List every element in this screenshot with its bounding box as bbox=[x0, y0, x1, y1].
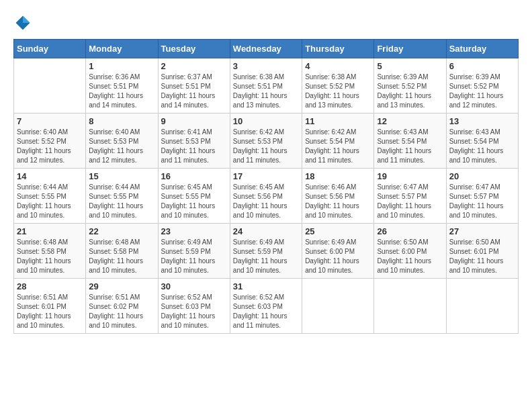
calendar-cell bbox=[374, 279, 446, 334]
weekday-header: Tuesday bbox=[158, 40, 230, 58]
day-number: 15 bbox=[89, 171, 154, 181]
day-info: Sunrise: 6:49 AM Sunset: 5:59 PM Dayligh… bbox=[233, 238, 299, 275]
calendar-cell: 22Sunrise: 6:48 AM Sunset: 5:58 PM Dayli… bbox=[86, 224, 158, 279]
calendar-cell: 15Sunrise: 6:44 AM Sunset: 5:55 PM Dayli… bbox=[86, 169, 158, 224]
day-info: Sunrise: 6:50 AM Sunset: 6:00 PM Dayligh… bbox=[377, 238, 443, 275]
calendar-cell: 14Sunrise: 6:44 AM Sunset: 5:55 PM Dayli… bbox=[14, 169, 86, 224]
calendar-cell: 24Sunrise: 6:49 AM Sunset: 5:59 PM Dayli… bbox=[230, 224, 302, 279]
calendar-week-row: 28Sunrise: 6:51 AM Sunset: 6:01 PM Dayli… bbox=[14, 279, 519, 334]
day-info: Sunrise: 6:39 AM Sunset: 5:52 PM Dayligh… bbox=[377, 73, 443, 110]
logo bbox=[13, 13, 35, 32]
calendar-cell: 23Sunrise: 6:49 AM Sunset: 5:59 PM Dayli… bbox=[158, 224, 230, 279]
day-number: 5 bbox=[377, 61, 443, 71]
day-number: 28 bbox=[17, 281, 83, 291]
weekday-header: Monday bbox=[86, 40, 158, 58]
day-number: 22 bbox=[89, 226, 154, 236]
day-info: Sunrise: 6:38 AM Sunset: 5:52 PM Dayligh… bbox=[305, 73, 371, 110]
day-number: 18 bbox=[305, 171, 371, 181]
day-info: Sunrise: 6:41 AM Sunset: 5:53 PM Dayligh… bbox=[161, 128, 227, 165]
calendar-cell: 27Sunrise: 6:50 AM Sunset: 6:01 PM Dayli… bbox=[446, 224, 518, 279]
day-number: 21 bbox=[17, 226, 83, 236]
day-number: 19 bbox=[377, 171, 443, 181]
weekday-header: Friday bbox=[374, 40, 446, 58]
calendar-cell: 6Sunrise: 6:39 AM Sunset: 5:52 PM Daylig… bbox=[446, 58, 518, 113]
day-number: 14 bbox=[17, 171, 83, 181]
weekday-header: Thursday bbox=[302, 40, 374, 58]
day-info: Sunrise: 6:52 AM Sunset: 6:03 PM Dayligh… bbox=[161, 293, 227, 330]
day-info: Sunrise: 6:44 AM Sunset: 5:55 PM Dayligh… bbox=[17, 183, 83, 220]
day-info: Sunrise: 6:52 AM Sunset: 6:03 PM Dayligh… bbox=[233, 293, 299, 330]
calendar-cell: 28Sunrise: 6:51 AM Sunset: 6:01 PM Dayli… bbox=[14, 279, 86, 334]
day-info: Sunrise: 6:40 AM Sunset: 5:52 PM Dayligh… bbox=[17, 128, 83, 165]
day-number: 6 bbox=[449, 61, 515, 71]
day-info: Sunrise: 6:48 AM Sunset: 5:58 PM Dayligh… bbox=[89, 238, 154, 275]
svg-marker-1 bbox=[23, 16, 30, 24]
calendar-cell bbox=[302, 279, 374, 334]
calendar-week-row: 7Sunrise: 6:40 AM Sunset: 5:52 PM Daylig… bbox=[14, 113, 519, 169]
day-number: 13 bbox=[449, 116, 515, 126]
day-info: Sunrise: 6:42 AM Sunset: 5:54 PM Dayligh… bbox=[305, 128, 371, 165]
calendar-cell: 9Sunrise: 6:41 AM Sunset: 5:53 PM Daylig… bbox=[158, 113, 230, 169]
weekday-header: Wednesday bbox=[230, 40, 302, 58]
calendar-week-row: 14Sunrise: 6:44 AM Sunset: 5:55 PM Dayli… bbox=[14, 169, 519, 224]
day-number: 4 bbox=[305, 61, 371, 71]
calendar-cell: 11Sunrise: 6:42 AM Sunset: 5:54 PM Dayli… bbox=[302, 113, 374, 169]
day-info: Sunrise: 6:38 AM Sunset: 5:51 PM Dayligh… bbox=[233, 73, 299, 110]
day-info: Sunrise: 6:39 AM Sunset: 5:52 PM Dayligh… bbox=[449, 73, 515, 110]
day-number: 17 bbox=[233, 171, 299, 181]
calendar-table: SundayMondayTuesdayWednesdayThursdayFrid… bbox=[13, 39, 519, 334]
calendar-cell: 5Sunrise: 6:39 AM Sunset: 5:52 PM Daylig… bbox=[374, 58, 446, 113]
calendar-cell bbox=[14, 58, 86, 113]
day-number: 30 bbox=[161, 281, 227, 291]
day-number: 16 bbox=[161, 171, 227, 181]
calendar-cell: 30Sunrise: 6:52 AM Sunset: 6:03 PM Dayli… bbox=[158, 279, 230, 334]
calendar-cell: 19Sunrise: 6:47 AM Sunset: 5:57 PM Dayli… bbox=[374, 169, 446, 224]
calendar-cell: 21Sunrise: 6:48 AM Sunset: 5:58 PM Dayli… bbox=[14, 224, 86, 279]
calendar-cell: 29Sunrise: 6:51 AM Sunset: 6:02 PM Dayli… bbox=[86, 279, 158, 334]
day-number: 3 bbox=[233, 61, 299, 71]
calendar-cell: 7Sunrise: 6:40 AM Sunset: 5:52 PM Daylig… bbox=[14, 113, 86, 169]
calendar-cell: 10Sunrise: 6:42 AM Sunset: 5:53 PM Dayli… bbox=[230, 113, 302, 169]
calendar-cell: 20Sunrise: 6:47 AM Sunset: 5:57 PM Dayli… bbox=[446, 169, 518, 224]
day-number: 2 bbox=[161, 61, 227, 71]
day-info: Sunrise: 6:49 AM Sunset: 5:59 PM Dayligh… bbox=[161, 238, 227, 275]
day-info: Sunrise: 6:46 AM Sunset: 5:56 PM Dayligh… bbox=[305, 183, 371, 220]
calendar-cell: 8Sunrise: 6:40 AM Sunset: 5:53 PM Daylig… bbox=[86, 113, 158, 169]
day-number: 9 bbox=[161, 116, 227, 126]
day-info: Sunrise: 6:47 AM Sunset: 5:57 PM Dayligh… bbox=[377, 183, 443, 220]
day-info: Sunrise: 6:48 AM Sunset: 5:58 PM Dayligh… bbox=[17, 238, 83, 275]
day-number: 11 bbox=[305, 116, 371, 126]
day-number: 23 bbox=[161, 226, 227, 236]
weekday-header: Sunday bbox=[14, 40, 86, 58]
calendar-cell: 18Sunrise: 6:46 AM Sunset: 5:56 PM Dayli… bbox=[302, 169, 374, 224]
day-number: 24 bbox=[233, 226, 299, 236]
day-info: Sunrise: 6:42 AM Sunset: 5:53 PM Dayligh… bbox=[233, 128, 299, 165]
page-header bbox=[13, 13, 519, 32]
day-number: 10 bbox=[233, 116, 299, 126]
day-number: 1 bbox=[89, 61, 154, 71]
day-number: 7 bbox=[17, 116, 83, 126]
day-info: Sunrise: 6:37 AM Sunset: 5:51 PM Dayligh… bbox=[161, 73, 227, 110]
day-info: Sunrise: 6:45 AM Sunset: 5:56 PM Dayligh… bbox=[233, 183, 299, 220]
day-number: 27 bbox=[449, 226, 515, 236]
day-number: 8 bbox=[89, 116, 154, 126]
calendar-week-row: 1Sunrise: 6:36 AM Sunset: 5:51 PM Daylig… bbox=[14, 58, 519, 113]
day-number: 25 bbox=[305, 226, 371, 236]
day-number: 26 bbox=[377, 226, 443, 236]
calendar-cell: 16Sunrise: 6:45 AM Sunset: 5:55 PM Dayli… bbox=[158, 169, 230, 224]
day-info: Sunrise: 6:43 AM Sunset: 5:54 PM Dayligh… bbox=[377, 128, 443, 165]
logo-icon bbox=[13, 13, 32, 32]
day-info: Sunrise: 6:36 AM Sunset: 5:51 PM Dayligh… bbox=[89, 73, 154, 110]
day-info: Sunrise: 6:45 AM Sunset: 5:55 PM Dayligh… bbox=[161, 183, 227, 220]
day-number: 31 bbox=[233, 281, 299, 291]
calendar-cell: 31Sunrise: 6:52 AM Sunset: 6:03 PM Dayli… bbox=[230, 279, 302, 334]
day-number: 12 bbox=[377, 116, 443, 126]
calendar-week-row: 21Sunrise: 6:48 AM Sunset: 5:58 PM Dayli… bbox=[14, 224, 519, 279]
day-number: 29 bbox=[89, 281, 154, 291]
calendar-cell: 25Sunrise: 6:49 AM Sunset: 6:00 PM Dayli… bbox=[302, 224, 374, 279]
calendar-body: 1Sunrise: 6:36 AM Sunset: 5:51 PM Daylig… bbox=[14, 58, 519, 334]
calendar-cell: 12Sunrise: 6:43 AM Sunset: 5:54 PM Dayli… bbox=[374, 113, 446, 169]
day-info: Sunrise: 6:40 AM Sunset: 5:53 PM Dayligh… bbox=[89, 128, 154, 165]
day-info: Sunrise: 6:43 AM Sunset: 5:54 PM Dayligh… bbox=[449, 128, 515, 165]
day-number: 20 bbox=[449, 171, 515, 181]
